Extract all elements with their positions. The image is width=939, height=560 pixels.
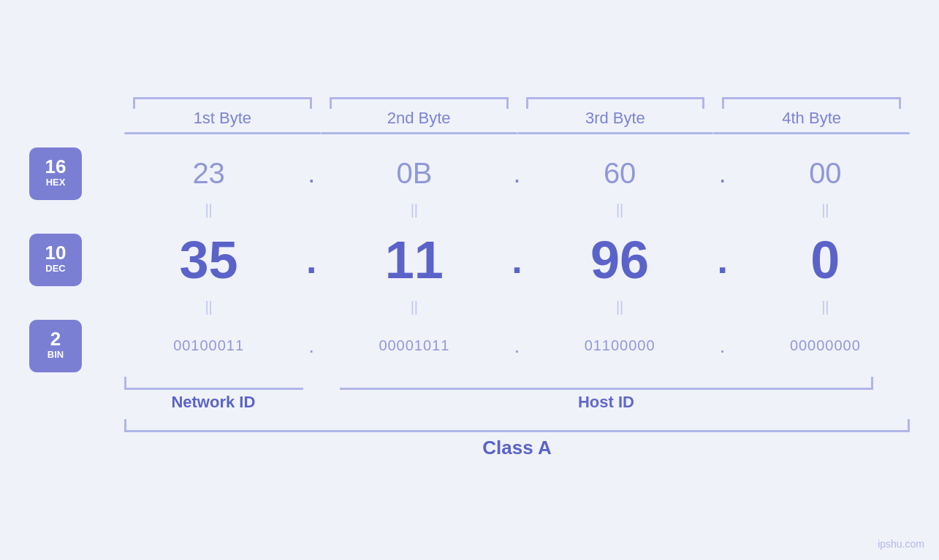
class-bracket (124, 419, 910, 432)
main-container: 1st Byte 2nd Byte 3rd Byte 4th Byte 16 H… (0, 0, 939, 560)
top-brackets-row (29, 97, 910, 109)
hex-badge: 16 HEX (29, 147, 82, 200)
bin-row: 2 BIN 00100011 . 00001011 . 01100000 . 0… (29, 320, 910, 372)
top-bracket-4 (722, 97, 901, 109)
top-bracket-2 (330, 97, 509, 109)
hex-val-2: 0B (330, 150, 498, 197)
dec-badge: 10 DEC (29, 234, 82, 286)
dec-badge-cell: 10 DEC (29, 223, 124, 297)
dec-values-row: 35 . 11 . 96 . 0 (124, 223, 910, 297)
eq-cells-1: || || || || (124, 200, 910, 220)
dec-row: 10 DEC 35 . 11 . 96 . 0 (29, 223, 910, 297)
brackets-container (124, 377, 910, 390)
bin-values-row: 00100011 . 00001011 . 01100000 . 0000000… (124, 320, 910, 372)
dec-badge-number: 10 (45, 243, 66, 262)
eq-cells-2: || || || || (124, 297, 910, 317)
hex-badge-label: HEX (46, 176, 66, 189)
bin-badge-number: 2 (50, 329, 61, 348)
eq-row-2: || || || || (29, 297, 910, 317)
top-bracket-1 (133, 97, 312, 109)
byte-header-3: 3rd Byte (517, 109, 714, 140)
bin-badge-label: BIN (47, 348, 64, 361)
class-bracket-row (29, 419, 910, 432)
hex-val-1: 23 (124, 150, 293, 197)
hex-row: 16 HEX 23 . 0B . 60 . 00 (29, 147, 910, 200)
eq-row-1: || || || || (29, 200, 910, 220)
hex-badge-cell: 16 HEX (29, 147, 124, 200)
bin-badge-cell: 2 BIN (29, 320, 124, 372)
network-bracket (124, 377, 303, 390)
byte-header-2: 2nd Byte (321, 109, 517, 140)
hex-dot-2: . (499, 158, 536, 189)
hex-badge-number: 16 (45, 157, 66, 176)
bracket-row (29, 377, 910, 390)
id-labels-container: Network ID Host ID (124, 390, 910, 415)
byte-header-4: 4th Byte (713, 109, 910, 140)
host-bracket (340, 377, 873, 390)
top-bracket-3 (526, 97, 705, 109)
hex-dot-1: . (293, 158, 330, 189)
hex-val-3: 60 (536, 150, 704, 197)
host-id-label: Host ID (339, 390, 873, 415)
watermark: ipshu.com (878, 538, 924, 550)
network-id-label: Network ID (124, 390, 303, 415)
header-row: 1st Byte 2nd Byte 3rd Byte 4th Byte (29, 109, 910, 140)
hex-dot-3: . (704, 158, 741, 189)
byte-header-1: 1st Byte (124, 109, 321, 140)
bin-badge: 2 BIN (29, 320, 82, 372)
class-a-label: Class A (124, 432, 910, 464)
hex-val-4: 00 (741, 150, 910, 197)
dec-badge-label: DEC (45, 262, 65, 275)
top-brackets-inner (124, 97, 910, 109)
id-labels-row: Network ID Host ID (29, 390, 910, 415)
class-label-row: Class A (29, 432, 910, 464)
byte-headers: 1st Byte 2nd Byte 3rd Byte 4th Byte (124, 109, 910, 140)
hex-values-row: 23 . 0B . 60 . 00 (124, 147, 910, 200)
